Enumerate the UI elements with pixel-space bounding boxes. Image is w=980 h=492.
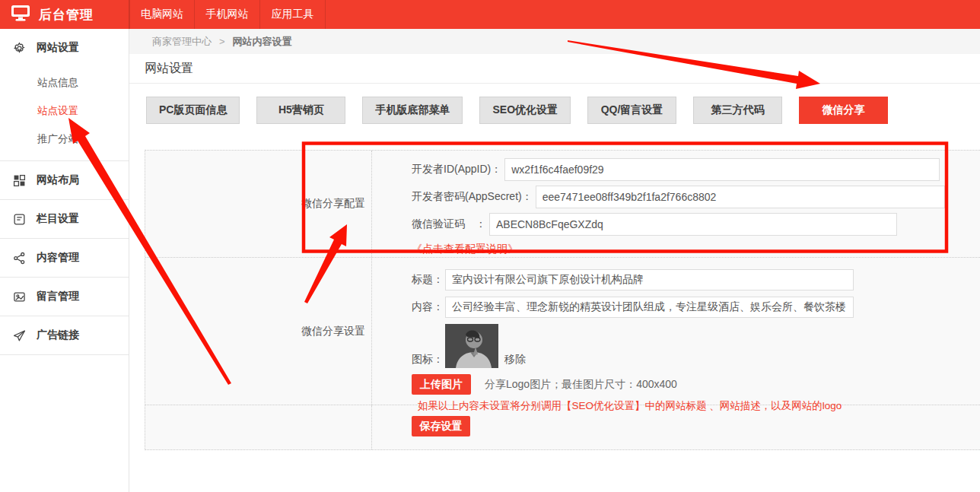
breadcrumb: 商家管理中心 > 网站内容设置 xyxy=(129,29,980,54)
sidebar-item-label: 网站设置 xyxy=(37,41,79,55)
settings-tabs: PC版页面信息 H5营销页 手机版底部菜单 SEO优化设置 QQ/留言设置 第三… xyxy=(146,97,980,124)
top-nav-app-tools[interactable]: 应用工具 xyxy=(260,0,326,29)
sidebar-item-label: 内容管理 xyxy=(37,251,79,265)
tab-qq-message[interactable]: QQ/留言设置 xyxy=(587,97,676,124)
appid-input[interactable] xyxy=(504,158,940,181)
wechat-code-input[interactable] xyxy=(489,213,897,236)
appsecret-input[interactable] xyxy=(536,186,945,208)
columns-icon xyxy=(13,213,26,226)
sidebar-item-label: 栏目设置 xyxy=(37,212,79,226)
breadcrumb-separator: > xyxy=(219,36,225,47)
share-content-label: 内容： xyxy=(412,300,444,314)
top-nav-mobile-site[interactable]: 手机网站 xyxy=(195,0,260,29)
appid-label: 开发者ID(AppID)： xyxy=(412,163,501,176)
app-logo: 后台管理 xyxy=(0,0,129,29)
picture-icon xyxy=(13,290,26,303)
save-row: 保存设置 xyxy=(145,405,980,449)
paper-plane-icon xyxy=(13,329,26,342)
share-logo-image xyxy=(445,324,498,368)
share-icon-label: 图标： xyxy=(412,353,444,367)
top-nav: 电脑网站 手机网站 应用工具 xyxy=(129,0,326,29)
monitor-icon xyxy=(11,5,30,24)
sidebar-subitem-promo-branch[interactable]: 推广分站 xyxy=(0,125,129,153)
sidebar-item-label: 广告链接 xyxy=(37,329,79,342)
row-label: 微信分享配置 xyxy=(145,151,372,257)
save-settings-button[interactable]: 保存设置 xyxy=(412,416,470,436)
sidebar-item-ad-links[interactable]: 广告链接 xyxy=(0,316,129,354)
tab-mobile-bottom-menu[interactable]: 手机版底部菜单 xyxy=(362,97,463,124)
breadcrumb-parent[interactable]: 商家管理中心 xyxy=(152,35,212,49)
sidebar-subitem-site-info[interactable]: 站点信息 xyxy=(0,68,129,97)
grid-icon xyxy=(13,174,26,187)
sidebar: 网站设置 站点信息 站点设置 推广分站 网站布局 xyxy=(0,29,129,492)
sidebar-item-column-settings[interactable]: 栏目设置 xyxy=(0,200,129,238)
topbar: 后台管理 电脑网站 手机网站 应用工具 xyxy=(0,0,980,29)
share-content-input[interactable] xyxy=(445,297,854,318)
sidebar-item-message-management[interactable]: 留言管理 xyxy=(0,278,129,316)
sidebar-item-label: 网站布局 xyxy=(37,173,79,187)
share-title-input[interactable] xyxy=(445,269,854,290)
tab-pc-page-info[interactable]: PC版页面信息 xyxy=(146,97,240,124)
tab-seo-settings[interactable]: SEO优化设置 xyxy=(479,97,571,124)
sidebar-item-label: 留言管理 xyxy=(37,290,79,303)
upload-image-button[interactable]: 上传图片 xyxy=(412,374,471,395)
upload-hint: 分享Logo图片；最佳图片尺寸：400x400 xyxy=(485,378,677,392)
settings-table: 微信分享配置 开发者ID(AppID)： 开发者密码(AppSecret)： 微… xyxy=(145,150,980,450)
config-help-link[interactable]: 《点击查看配置说明》 xyxy=(412,243,518,256)
sidebar-item-site-settings[interactable]: 网站设置 xyxy=(0,29,129,67)
app-title: 后台管理 xyxy=(39,6,94,24)
tab-wechat-share[interactable]: 微信分享 xyxy=(799,97,888,124)
remove-image-link[interactable]: 移除 xyxy=(504,353,526,367)
page-title: 网站设置 xyxy=(145,61,193,77)
breadcrumb-current: 网站内容设置 xyxy=(233,35,292,49)
appsecret-label: 开发者密码(AppSecret)： xyxy=(412,190,533,204)
wechat-config-row: 微信分享配置 开发者ID(AppID)： 开发者密码(AppSecret)： 微… xyxy=(145,151,980,258)
sidebar-item-content-management[interactable]: 内容管理 xyxy=(0,239,129,277)
top-nav-pc-site[interactable]: 电脑网站 xyxy=(129,0,195,29)
tab-h5-marketing[interactable]: H5营销页 xyxy=(256,97,345,124)
titlebar: 网站设置 xyxy=(129,54,980,84)
row-label: 微信分享设置 xyxy=(145,258,372,405)
wechat-code-label: 微信验证码 ： xyxy=(412,217,486,231)
sidebar-item-site-layout[interactable]: 网站布局 xyxy=(0,161,129,199)
sidebar-subitem-site-setup[interactable]: 站点设置 xyxy=(0,97,129,125)
gear-icon xyxy=(13,42,26,55)
wechat-share-row: 微信分享设置 标题： 内容： 图标： xyxy=(145,258,980,405)
share-title-label: 标题： xyxy=(412,273,444,287)
share-icon xyxy=(13,252,26,265)
tab-third-party-code[interactable]: 第三方代码 xyxy=(693,97,782,124)
